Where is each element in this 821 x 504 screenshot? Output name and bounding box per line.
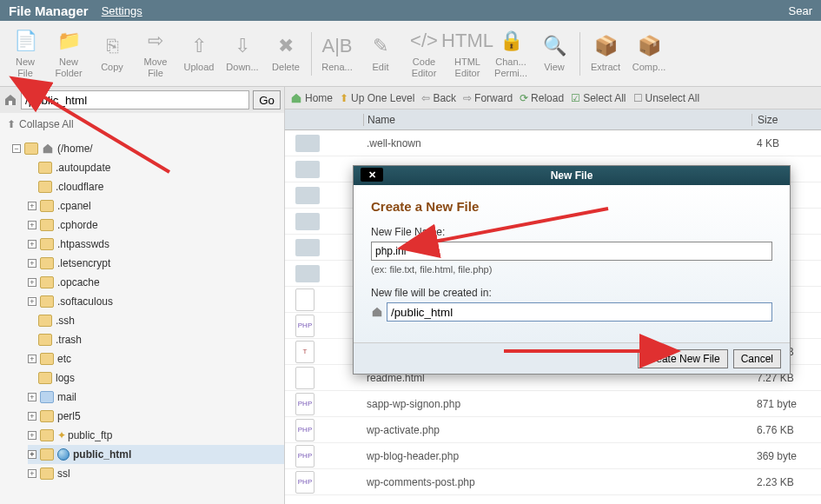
svg-line-1 [434, 209, 608, 242]
svg-line-0 [42, 96, 169, 172]
annotation-arrows [0, 0, 821, 504]
